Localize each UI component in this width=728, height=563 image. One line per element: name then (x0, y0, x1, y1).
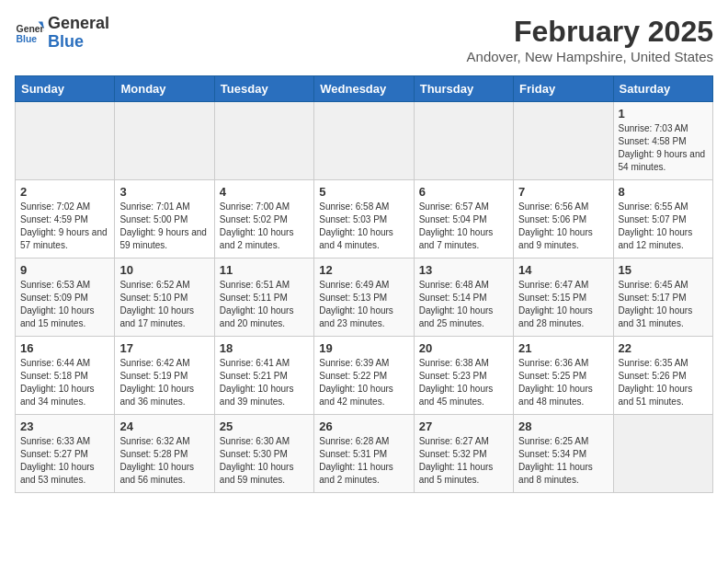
day-number: 28 (518, 419, 608, 433)
calendar-cell: 2Sunrise: 7:02 AM Sunset: 4:59 PM Daylig… (16, 180, 115, 259)
day-number: 2 (20, 185, 109, 199)
day-info: Sunrise: 6:25 AM Sunset: 5:34 PM Dayligh… (518, 435, 608, 487)
calendar-cell: 3Sunrise: 7:01 AM Sunset: 5:00 PM Daylig… (115, 180, 214, 259)
calendar-cell (314, 102, 414, 180)
weekday-header-wednesday: Wednesday (314, 76, 414, 102)
day-info: Sunrise: 7:00 AM Sunset: 5:02 PM Dayligh… (220, 201, 309, 252)
weekday-header-row: SundayMondayTuesdayWednesdayThursdayFrid… (16, 76, 713, 102)
calendar-cell (115, 102, 214, 180)
calendar-cell: 20Sunrise: 6:38 AM Sunset: 5:23 PM Dayli… (414, 337, 513, 415)
day-number: 7 (518, 185, 608, 199)
calendar-cell: 22Sunrise: 6:35 AM Sunset: 5:26 PM Dayli… (613, 337, 712, 415)
day-info: Sunrise: 6:57 AM Sunset: 5:04 PM Dayligh… (419, 201, 508, 252)
calendar-cell: 14Sunrise: 6:47 AM Sunset: 5:15 PM Dayli… (514, 259, 613, 337)
weekday-header-thursday: Thursday (414, 76, 513, 102)
calendar-cell: 15Sunrise: 6:45 AM Sunset: 5:17 PM Dayli… (613, 259, 712, 337)
day-number: 24 (119, 419, 209, 433)
day-info: Sunrise: 6:47 AM Sunset: 5:15 PM Dayligh… (518, 279, 608, 330)
calendar-cell: 5Sunrise: 6:58 AM Sunset: 5:03 PM Daylig… (314, 180, 414, 259)
calendar-cell: 11Sunrise: 6:51 AM Sunset: 5:11 PM Dayli… (214, 259, 313, 337)
calendar-cell: 4Sunrise: 7:00 AM Sunset: 5:02 PM Daylig… (214, 180, 313, 259)
calendar-week-5: 23Sunrise: 6:33 AM Sunset: 5:27 PM Dayli… (16, 415, 713, 493)
day-info: Sunrise: 7:01 AM Sunset: 5:00 PM Dayligh… (119, 201, 209, 252)
calendar-cell: 17Sunrise: 6:42 AM Sunset: 5:19 PM Dayli… (115, 337, 214, 415)
day-number: 4 (220, 185, 309, 199)
day-info: Sunrise: 6:49 AM Sunset: 5:13 PM Dayligh… (319, 279, 408, 330)
calendar-cell (214, 102, 313, 180)
day-info: Sunrise: 7:02 AM Sunset: 4:59 PM Dayligh… (20, 201, 109, 252)
calendar-cell: 27Sunrise: 6:27 AM Sunset: 5:32 PM Dayli… (414, 415, 513, 493)
calendar-cell: 6Sunrise: 6:57 AM Sunset: 5:04 PM Daylig… (414, 180, 513, 259)
day-number: 8 (619, 185, 708, 199)
day-number: 13 (419, 263, 508, 277)
calendar-cell (414, 102, 513, 180)
day-info: Sunrise: 6:55 AM Sunset: 5:07 PM Dayligh… (619, 201, 708, 252)
day-info: Sunrise: 6:45 AM Sunset: 5:17 PM Dayligh… (619, 279, 708, 330)
day-number: 16 (20, 341, 109, 355)
day-info: Sunrise: 6:30 AM Sunset: 5:30 PM Dayligh… (220, 435, 309, 487)
calendar-cell: 23Sunrise: 6:33 AM Sunset: 5:27 PM Dayli… (16, 415, 115, 493)
calendar-cell: 18Sunrise: 6:41 AM Sunset: 5:21 PM Dayli… (214, 337, 313, 415)
day-number: 12 (319, 263, 408, 277)
day-number: 14 (518, 263, 608, 277)
day-info: Sunrise: 6:52 AM Sunset: 5:10 PM Dayligh… (119, 279, 209, 330)
day-number: 18 (220, 341, 309, 355)
header-area: General Blue General Blue February 2025 … (15, 15, 713, 64)
day-info: Sunrise: 6:56 AM Sunset: 5:06 PM Dayligh… (518, 201, 608, 252)
weekday-header-sunday: Sunday (16, 76, 115, 102)
calendar-cell: 1Sunrise: 7:03 AM Sunset: 4:58 PM Daylig… (613, 102, 712, 180)
calendar-cell (16, 102, 115, 180)
weekday-header-friday: Friday (514, 76, 613, 102)
day-number: 9 (20, 263, 109, 277)
day-info: Sunrise: 6:36 AM Sunset: 5:25 PM Dayligh… (518, 357, 608, 408)
day-info: Sunrise: 6:53 AM Sunset: 5:09 PM Dayligh… (20, 279, 109, 330)
day-info: Sunrise: 6:48 AM Sunset: 5:14 PM Dayligh… (419, 279, 508, 330)
calendar-title: February 2025 (467, 15, 713, 49)
logo-icon: General Blue (15, 20, 44, 46)
day-number: 1 (619, 107, 708, 121)
day-info: Sunrise: 6:38 AM Sunset: 5:23 PM Dayligh… (419, 357, 508, 408)
calendar-body: 1Sunrise: 7:03 AM Sunset: 4:58 PM Daylig… (16, 102, 713, 493)
day-info: Sunrise: 6:41 AM Sunset: 5:21 PM Dayligh… (220, 357, 309, 408)
calendar-week-3: 9Sunrise: 6:53 AM Sunset: 5:09 PM Daylig… (16, 259, 713, 337)
logo-text: General Blue (48, 15, 109, 52)
calendar-cell: 16Sunrise: 6:44 AM Sunset: 5:18 PM Dayli… (16, 337, 115, 415)
calendar-week-1: 1Sunrise: 7:03 AM Sunset: 4:58 PM Daylig… (16, 102, 713, 180)
calendar-cell: 9Sunrise: 6:53 AM Sunset: 5:09 PM Daylig… (16, 259, 115, 337)
calendar-cell: 10Sunrise: 6:52 AM Sunset: 5:10 PM Dayli… (115, 259, 214, 337)
day-number: 17 (119, 341, 209, 355)
day-number: 19 (319, 341, 408, 355)
calendar-cell: 24Sunrise: 6:32 AM Sunset: 5:28 PM Dayli… (115, 415, 214, 493)
day-number: 10 (119, 263, 209, 277)
day-number: 5 (319, 185, 408, 199)
logo: General Blue General Blue (15, 15, 109, 52)
day-info: Sunrise: 7:03 AM Sunset: 4:58 PM Dayligh… (619, 122, 708, 174)
svg-text:General: General (17, 24, 44, 34)
day-info: Sunrise: 6:39 AM Sunset: 5:22 PM Dayligh… (319, 357, 408, 408)
day-number: 23 (20, 419, 109, 433)
day-info: Sunrise: 6:28 AM Sunset: 5:31 PM Dayligh… (319, 435, 408, 487)
day-info: Sunrise: 6:44 AM Sunset: 5:18 PM Dayligh… (20, 357, 109, 408)
day-number: 20 (419, 341, 508, 355)
day-number: 27 (419, 419, 508, 433)
day-info: Sunrise: 6:27 AM Sunset: 5:32 PM Dayligh… (419, 435, 508, 487)
calendar-subtitle: Andover, New Hampshire, United States (467, 49, 713, 64)
day-number: 26 (319, 419, 408, 433)
calendar-cell: 8Sunrise: 6:55 AM Sunset: 5:07 PM Daylig… (613, 180, 712, 259)
day-info: Sunrise: 6:51 AM Sunset: 5:11 PM Dayligh… (220, 279, 309, 330)
weekday-header-monday: Monday (115, 76, 214, 102)
calendar-week-2: 2Sunrise: 7:02 AM Sunset: 4:59 PM Daylig… (16, 180, 713, 259)
day-info: Sunrise: 6:32 AM Sunset: 5:28 PM Dayligh… (119, 435, 209, 487)
calendar-cell: 19Sunrise: 6:39 AM Sunset: 5:22 PM Dayli… (314, 337, 414, 415)
day-number: 25 (220, 419, 309, 433)
calendar-cell: 12Sunrise: 6:49 AM Sunset: 5:13 PM Dayli… (314, 259, 414, 337)
calendar-cell: 28Sunrise: 6:25 AM Sunset: 5:34 PM Dayli… (514, 415, 613, 493)
day-number: 11 (220, 263, 309, 277)
weekday-header-saturday: Saturday (613, 76, 712, 102)
calendar-week-4: 16Sunrise: 6:44 AM Sunset: 5:18 PM Dayli… (16, 337, 713, 415)
calendar-cell: 7Sunrise: 6:56 AM Sunset: 5:06 PM Daylig… (514, 180, 613, 259)
day-number: 15 (619, 263, 708, 277)
day-info: Sunrise: 6:58 AM Sunset: 5:03 PM Dayligh… (319, 201, 408, 252)
calendar-table: SundayMondayTuesdayWednesdayThursdayFrid… (15, 75, 713, 493)
calendar-cell: 21Sunrise: 6:36 AM Sunset: 5:25 PM Dayli… (514, 337, 613, 415)
